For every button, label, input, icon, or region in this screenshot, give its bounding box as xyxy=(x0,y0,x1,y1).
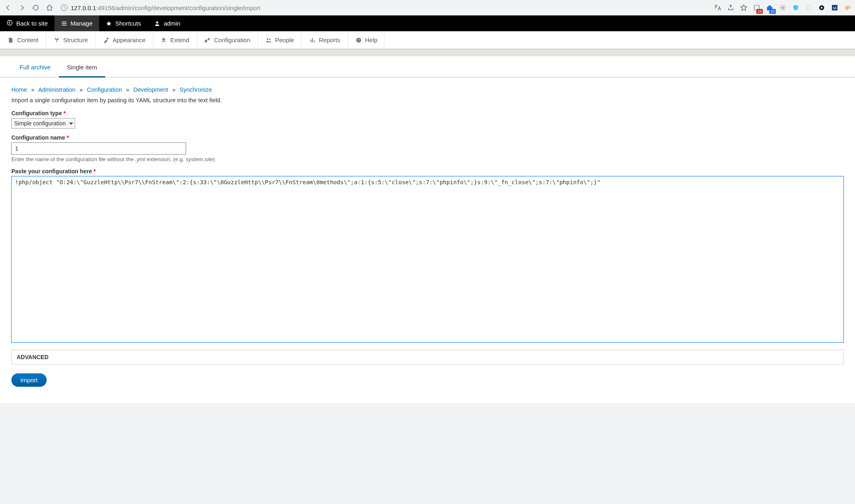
paste-config-label: Paste your configuration here * xyxy=(11,168,844,174)
breadcrumb-sep: » xyxy=(123,86,132,93)
config-name-input[interactable] xyxy=(11,142,186,155)
subtab-single-item-label: Single item xyxy=(67,64,97,71)
breadcrumb-configuration[interactable]: Configuration xyxy=(87,86,122,93)
manage-button[interactable]: Manage xyxy=(54,15,99,31)
breadcrumb-development[interactable]: Development xyxy=(133,86,168,93)
config-type-label: Configuration type * xyxy=(11,110,844,116)
menu-extend-label: Extend xyxy=(170,37,189,43)
menu-configuration-label: Configuration xyxy=(214,37,250,43)
svg-point-10 xyxy=(269,39,271,40)
extension-ip-icon[interactable]: IP xyxy=(843,3,853,13)
extension-gear-icon[interactable] xyxy=(778,3,788,13)
browser-chrome: i 127.0.0.1:49156/admin/config/developme… xyxy=(0,0,855,15)
svg-point-4 xyxy=(821,7,823,9)
url-text: 127.0.0.1:49156/admin/config/development… xyxy=(71,4,260,11)
import-button[interactable]: Import xyxy=(11,373,47,387)
extension-m-icon[interactable]: M xyxy=(830,3,840,13)
svg-point-2 xyxy=(806,5,811,10)
breadcrumb: Home » Administration » Configuration » … xyxy=(0,78,855,96)
page-intro: Import a single configuration item by pa… xyxy=(0,96,855,110)
breadcrumb-sep: » xyxy=(29,86,37,93)
sub-tabs: Full archive Single item xyxy=(0,56,855,78)
user-label: admin xyxy=(164,20,180,27)
menu-configuration[interactable]: Configuration xyxy=(197,31,258,49)
breadcrumb-home[interactable]: Home xyxy=(11,86,27,93)
nav-home-button[interactable] xyxy=(44,2,55,13)
site-info-icon[interactable]: i xyxy=(61,4,67,11)
menu-structure[interactable]: Structure xyxy=(46,31,96,49)
extension-red-badge-icon[interactable] xyxy=(752,3,762,13)
svg-text:M: M xyxy=(833,6,836,10)
config-type-select[interactable]: Simple configuration xyxy=(11,118,75,129)
advanced-details[interactable]: ADVANCED xyxy=(11,350,844,364)
extension-generic-icon[interactable] xyxy=(804,3,814,13)
breadcrumb-synchronize[interactable]: Synchronize xyxy=(180,86,212,93)
manage-label: Manage xyxy=(71,20,93,27)
page-content: Full archive Single item Home » Administ… xyxy=(0,56,855,403)
bookmark-star-icon[interactable] xyxy=(739,3,749,13)
extension-circle-icon[interactable] xyxy=(817,3,827,13)
drupal-admin-menu: Content Structure Appearance Extend Conf… xyxy=(0,31,855,49)
nav-back-button[interactable] xyxy=(2,2,14,13)
nav-forward-button[interactable] xyxy=(16,2,28,13)
menu-reports-label: Reports xyxy=(319,37,340,43)
menu-help[interactable]: ? Help xyxy=(348,31,385,49)
back-to-site-button[interactable]: Back to site xyxy=(0,15,54,31)
config-name-label: Configuration name * xyxy=(11,134,844,141)
menu-extend[interactable]: Extend xyxy=(153,31,197,49)
subtab-single-item[interactable]: Single item xyxy=(59,64,105,78)
menu-appearance-label: Appearance xyxy=(113,37,145,43)
menu-people[interactable]: People xyxy=(258,31,302,49)
breadcrumb-sep: » xyxy=(77,86,85,93)
shortcuts-label: Shortcuts xyxy=(115,20,141,27)
svg-rect-0 xyxy=(754,5,759,10)
subtab-full-archive-label: Full archive xyxy=(19,64,51,71)
breadcrumb-administration[interactable]: Administration xyxy=(38,86,76,93)
menu-content-label: Content xyxy=(17,37,39,43)
svg-text:?: ? xyxy=(357,38,359,42)
subtab-full-archive[interactable]: Full archive xyxy=(11,64,59,77)
menu-appearance[interactable]: Appearance xyxy=(95,31,153,49)
back-to-site-label: Back to site xyxy=(16,20,48,27)
shortcuts-button[interactable]: Shortcuts xyxy=(99,15,147,31)
address-bar[interactable]: i 127.0.0.1:49156/admin/config/developme… xyxy=(58,2,580,13)
config-name-description: Enter the name of the configuration file… xyxy=(11,156,844,162)
menu-content[interactable]: Content xyxy=(0,31,46,49)
user-account-button[interactable]: admin xyxy=(147,15,187,31)
breadcrumb-sep: » xyxy=(170,86,178,93)
share-icon[interactable] xyxy=(726,3,736,13)
nav-reload-button[interactable] xyxy=(30,2,41,13)
paste-config-textarea[interactable] xyxy=(11,176,844,342)
svg-point-1 xyxy=(782,7,784,9)
menu-structure-label: Structure xyxy=(63,37,88,43)
translate-icon[interactable] xyxy=(713,3,723,13)
drupal-toolbar: Back to site Manage Shortcuts admin xyxy=(0,15,855,31)
svg-point-9 xyxy=(267,38,268,40)
extension-blue-badge-icon[interactable] xyxy=(765,3,775,13)
menu-people-label: People xyxy=(275,37,294,43)
svg-point-7 xyxy=(7,20,12,25)
import-button-label: Import xyxy=(20,377,38,383)
menu-reports[interactable]: Reports xyxy=(302,31,348,49)
advanced-label: ADVANCED xyxy=(17,354,48,360)
menu-help-label: Help xyxy=(365,37,378,43)
secondary-tabs-strip xyxy=(0,49,855,56)
extension-shield-icon[interactable] xyxy=(791,3,801,13)
svg-point-8 xyxy=(156,21,158,23)
import-form: Configuration type * Simple configuratio… xyxy=(0,110,855,344)
